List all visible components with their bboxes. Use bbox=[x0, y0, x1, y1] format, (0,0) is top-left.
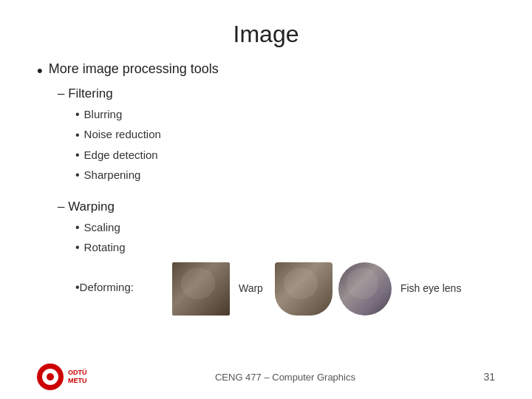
warped-image bbox=[275, 262, 332, 316]
slide-title: Image bbox=[37, 21, 495, 48]
list-item-deforming: Deforming: Warp Fish eye lens bbox=[75, 259, 495, 316]
filtering-list: Blurring Noise reduction Edge detection … bbox=[75, 104, 495, 185]
footer-page: 31 bbox=[483, 371, 495, 383]
logo-icon bbox=[37, 364, 64, 390]
slide: Image • More image processing tools – Fi… bbox=[0, 0, 532, 399]
filtering-label: – Filtering bbox=[58, 86, 495, 101]
logo-text: ODTÜ METU bbox=[68, 369, 87, 385]
list-item: Scaling bbox=[75, 217, 495, 237]
footer-course: CENG 477 – Computer Graphics bbox=[215, 372, 355, 383]
list-item: Edge detection bbox=[75, 145, 495, 165]
warp-label: Warp bbox=[239, 280, 263, 298]
main-bullet: • More image processing tools bbox=[37, 61, 495, 81]
fisheye-image bbox=[338, 262, 392, 316]
bullet-dot: • bbox=[37, 61, 43, 81]
list-item: Rotating bbox=[75, 237, 495, 257]
list-item: Blurring bbox=[75, 104, 495, 124]
warping-list: Scaling Rotating Deforming: Warp Fish ey… bbox=[75, 217, 495, 315]
list-item: Noise reduction bbox=[75, 125, 495, 145]
warp-images-row: Warp Fish eye lens bbox=[172, 262, 461, 316]
main-bullet-text: More image processing tools bbox=[49, 61, 219, 77]
warping-section: – Warping Scaling Rotating Deforming: Wa… bbox=[58, 200, 495, 315]
logo: ODTÜ METU bbox=[37, 364, 87, 390]
fish-label: Fish eye lens bbox=[400, 280, 461, 298]
warping-label: – Warping bbox=[58, 200, 495, 214]
filtering-section: – Filtering Blurring Noise reduction Edg… bbox=[58, 86, 495, 185]
warrior-image bbox=[172, 262, 230, 316]
footer: ODTÜ METU CENG 477 – Computer Graphics 3… bbox=[0, 364, 532, 390]
list-item: Sharpening bbox=[75, 165, 495, 185]
